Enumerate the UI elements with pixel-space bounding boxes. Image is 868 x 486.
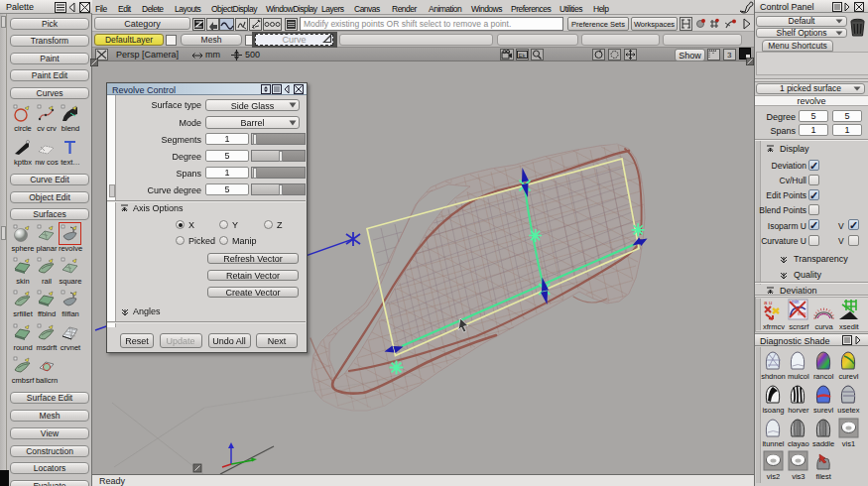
svg-text:a u: a u	[764, 300, 772, 305]
svg-text:3: 3	[727, 51, 732, 60]
svg-text:Ek: Ek	[519, 53, 527, 59]
